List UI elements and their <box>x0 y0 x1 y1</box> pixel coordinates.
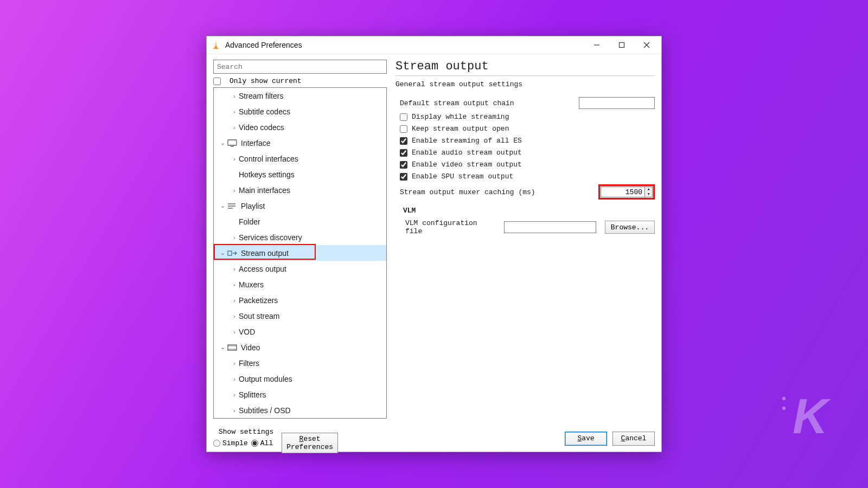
tree-item-muxers[interactable]: › Muxers <box>214 277 386 292</box>
all-radio-row[interactable]: All <box>251 439 273 447</box>
chevron-right-icon: › <box>230 156 239 162</box>
tree-item-label: Muxers <box>239 280 264 289</box>
svg-rect-3 <box>215 45 218 46</box>
keep-stream-open-row[interactable]: Keep stream output open <box>395 125 655 133</box>
tree-item-subtitles-osd[interactable]: › Subtitles / OSD <box>214 402 386 418</box>
tree-item-packetizers[interactable]: › Packetizers <box>214 292 386 308</box>
vlm-section-label: VLM <box>395 207 655 215</box>
tree-item-stream-filters[interactable]: › Stream filters <box>214 88 386 104</box>
chevron-right-icon: › <box>230 297 239 304</box>
only-show-current-row[interactable]: Only show current <box>213 77 387 85</box>
tree-item-hotkeys[interactable]: Hotkeys settings <box>214 166 386 182</box>
vlm-file-row: VLM configuration file Browse... <box>395 219 655 235</box>
chevron-down-icon: ⌄ <box>218 344 227 351</box>
default-chain-label: Default stream output chain <box>400 99 573 107</box>
tree-item-splitters[interactable]: › Splitters <box>214 387 386 402</box>
tree-item-output-modules[interactable]: › Output modules <box>214 371 386 387</box>
enable-all-es-row[interactable]: Enable streaming of all ES <box>395 137 655 145</box>
tree-item-interface[interactable]: ⌄ Interface <box>214 135 386 151</box>
tree-item-label: Video <box>241 343 260 352</box>
tree-item-label: Packetizers <box>239 296 278 305</box>
interface-icon <box>227 139 238 147</box>
reset-preferences-button[interactable]: Reset Preferences <box>282 433 338 453</box>
enable-audio-row[interactable]: Enable audio stream output <box>395 149 655 157</box>
browse-button[interactable]: Browse... <box>605 221 655 234</box>
close-button[interactable] <box>634 36 659 54</box>
tree-item-services-discovery[interactable]: › Services discovery <box>214 229 386 245</box>
tree-item-label: Folder <box>239 217 260 226</box>
close-icon <box>643 42 650 48</box>
tree-item-folder[interactable]: Folder <box>214 214 386 229</box>
only-show-current-checkbox[interactable] <box>213 78 221 85</box>
svg-rect-8 <box>228 140 237 145</box>
muxer-caching-row: Stream output muxer caching (ms) ▲ ▼ <box>395 184 655 200</box>
default-chain-row: Default stream output chain <box>395 97 655 109</box>
playlist-icon <box>227 202 238 210</box>
tree-item-video-codecs[interactable]: › Video codecs <box>214 119 386 135</box>
reset-label-tail: eset Preferences <box>286 435 333 451</box>
left-pane: Only show current › Stream filters › Sub… <box>213 60 387 419</box>
enable-video-row[interactable]: Enable video stream output <box>395 160 655 169</box>
tree-item-playlist[interactable]: ⌄ Playlist <box>214 198 386 214</box>
enable-all-es-checkbox[interactable] <box>400 137 407 145</box>
enable-audio-checkbox[interactable] <box>400 149 407 157</box>
chevron-right-icon: › <box>230 281 239 288</box>
tree-item-vod[interactable]: › VOD <box>214 324 386 339</box>
video-icon <box>227 343 238 352</box>
vlm-file-label: VLM configuration file <box>405 219 491 235</box>
muxer-caching-highlight: ▲ ▼ <box>598 184 655 200</box>
footer: Show settings Simple All Reset Preferenc… <box>213 419 655 453</box>
chevron-right-icon: › <box>230 234 239 241</box>
chevron-right-icon: › <box>230 407 239 414</box>
chevron-right-icon: › <box>230 108 239 115</box>
simple-radio-row[interactable]: Simple <box>213 439 248 447</box>
chevron-right-icon: › <box>230 124 239 131</box>
spinner-buttons[interactable]: ▲ ▼ <box>645 187 653 197</box>
tree-item-label: Subtitle codecs <box>239 107 290 116</box>
window-title: Advanced Preferences <box>225 41 302 49</box>
all-radio[interactable] <box>251 440 258 447</box>
spinner-up-icon[interactable]: ▲ <box>645 187 652 192</box>
spinner-down-icon[interactable]: ▼ <box>645 192 652 197</box>
keep-stream-open-checkbox[interactable] <box>400 125 407 133</box>
tree-item-label: Playlist <box>241 202 265 210</box>
enable-video-checkbox[interactable] <box>400 161 407 169</box>
display-while-streaming-checkbox[interactable] <box>400 113 407 121</box>
save-tail: ave <box>582 434 594 442</box>
chevron-right-icon: › <box>230 93 239 99</box>
muxer-caching-input[interactable] <box>601 187 645 197</box>
cancel-button[interactable]: Cancel <box>612 432 655 446</box>
chevron-right-icon: › <box>230 391 239 398</box>
minimize-icon <box>593 42 600 48</box>
section-title: Stream output <box>395 60 655 76</box>
vlm-file-input[interactable] <box>504 221 596 233</box>
checkbox-label: Keep stream output open <box>412 125 509 133</box>
search-input[interactable] <box>213 60 387 74</box>
enable-spu-row[interactable]: Enable SPU stream output <box>395 172 655 181</box>
tree-item-sout-stream[interactable]: › Sout stream <box>214 308 386 324</box>
save-button[interactable]: Save <box>565 432 607 446</box>
tree-item-main-interfaces[interactable]: › Main interfaces <box>214 182 386 198</box>
display-while-streaming-row[interactable]: Display while streaming <box>395 113 655 121</box>
tree-item-control-interfaces[interactable]: › Control interfaces <box>214 151 386 166</box>
settings-tree[interactable]: › Stream filters › Subtitle codecs › Vid… <box>213 87 387 419</box>
minimize-button[interactable] <box>584 36 609 54</box>
vlc-cone-icon <box>211 40 221 50</box>
enable-spu-checkbox[interactable] <box>400 173 407 181</box>
svg-marker-0 <box>214 41 217 48</box>
checkbox-label: Enable audio stream output <box>412 149 522 157</box>
tree-item-filters[interactable]: › Filters <box>214 355 386 371</box>
svg-rect-1 <box>214 48 219 49</box>
tree-item-label: Sout stream <box>239 312 279 320</box>
tree-item-video[interactable]: ⌄ Video <box>214 339 386 355</box>
simple-radio[interactable] <box>213 440 220 447</box>
tree-item-subtitle-codecs[interactable]: › Subtitle codecs <box>214 104 386 119</box>
maximize-button[interactable] <box>609 36 634 54</box>
svg-rect-14 <box>228 345 237 350</box>
checkbox-label: Display while streaming <box>412 113 509 121</box>
content-area: Only show current › Stream filters › Sub… <box>207 54 661 458</box>
tree-item-label: Splitters <box>239 390 266 399</box>
tree-item-stream-output[interactable]: ⌄ Stream output <box>214 245 386 261</box>
tree-item-access-output[interactable]: › Access output <box>214 261 386 277</box>
default-chain-input[interactable] <box>579 97 655 109</box>
